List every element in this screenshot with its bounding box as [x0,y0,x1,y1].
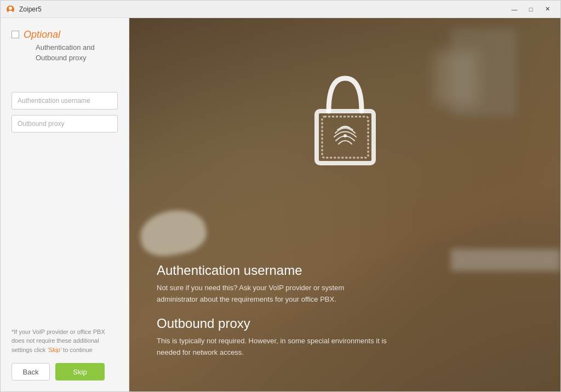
svg-point-1 [9,7,12,10]
sidebar: Optional Authentication and Outbound pro… [1,18,129,391]
sidebar-footer: *If your VoIP provider or office PBX doe… [12,327,118,381]
main-window: Zoiper5 — □ ✕ Optional Authentication an… [0,0,561,392]
outbound-proxy-input[interactable] [12,115,118,132]
right-panel: Authentication username Not sure if you … [129,18,560,391]
optional-section: Optional Authentication and Outbound pro… [12,29,118,64]
skip-reference: 'Skip' [47,347,61,353]
skip-button[interactable]: Skip [55,363,105,381]
main-content: Optional Authentication and Outbound pro… [1,18,560,391]
app-icon [6,5,15,14]
back-button[interactable]: Back [12,363,50,381]
minimize-button[interactable]: — [507,4,522,15]
optional-label: Optional [24,29,95,41]
proxy-heading: Outbound proxy [157,316,533,331]
sidebar-inputs [12,92,118,132]
maximize-button[interactable]: □ [523,4,539,15]
auth-description: Not sure if you need this? Ask your VoIP… [157,283,387,305]
optional-checkbox[interactable] [12,31,19,38]
helper-text: *If your VoIP provider or office PBX doe… [12,327,118,355]
sidebar-buttons: Back Skip [12,363,118,381]
window-title: Zoiper5 [19,5,507,13]
right-text-section: Authentication username Not sure if you … [157,263,533,359]
auth-heading: Authentication username [157,263,533,278]
lock-icon [301,62,389,171]
window-controls: — □ ✕ [507,4,555,15]
title-bar: Zoiper5 — □ ✕ [1,1,560,18]
proxy-description: This is typically not required. However,… [157,336,387,359]
section-subtitle: Authentication and Outbound proxy [36,42,95,64]
close-button[interactable]: ✕ [540,4,555,15]
svg-point-2 [8,10,13,13]
svg-point-5 [344,134,347,137]
lock-icon-area [301,62,389,174]
auth-username-input[interactable] [12,92,118,109]
